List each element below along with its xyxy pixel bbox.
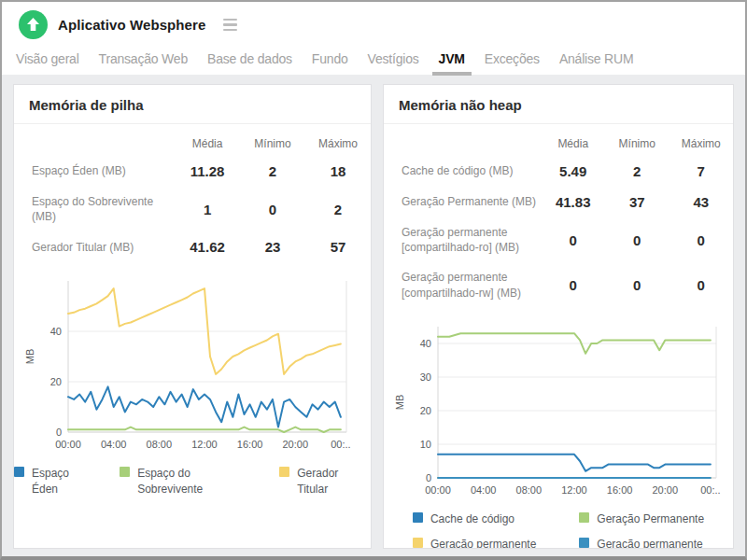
column-header: Máximo (305, 128, 371, 156)
table-row: Cache de código (MB)5.4927 (384, 156, 733, 187)
table-row: Geração Permanente (MB)41.833743 (384, 187, 733, 217)
metric-media: 1 (175, 187, 240, 231)
table-row: Espaço do Sobrevivente (MB)102 (14, 187, 371, 231)
metric-maximo: 7 (669, 156, 733, 187)
metric-minimo: 23 (240, 231, 305, 262)
x-tick-label: 12:00 (561, 484, 587, 496)
heap-memory-panel: Memória de pilha MédiaMínimoMáximoEspaço… (13, 84, 372, 549)
y-axis-label: MB (394, 395, 405, 411)
metric-minimo: 2 (240, 156, 305, 187)
metric-maximo: 43 (669, 187, 733, 217)
y-axis-label: MB (24, 349, 35, 365)
app-window: Aplicativo Websphere Visão geralTransaçã… (0, 0, 747, 560)
y-tick-label: 10 (420, 439, 431, 450)
x-tick-label: 00:.. (331, 439, 350, 450)
metric-media: 0 (541, 262, 605, 307)
x-tick-label: 00:00 (425, 484, 451, 496)
heap-memory-chart: 0204000:0004:0008:0012:0016:0020:0000:..… (21, 275, 359, 458)
tab-transacao-web[interactable]: Transação Web (99, 44, 188, 76)
column-header: Máximo (669, 128, 733, 156)
metric-label: Geração Permanente (MB) (384, 187, 541, 217)
metric-media: 41.62 (175, 231, 240, 262)
metric-label: Espaço do Sobrevivente (MB) (14, 187, 175, 231)
tab-excecoes[interactable]: Exceções (485, 44, 540, 76)
legend-item[interactable]: Cache de código (413, 511, 536, 526)
y-tick-label: 40 (420, 338, 431, 349)
tab-fundo[interactable]: Fundo (312, 44, 348, 76)
metric-maximo: 0 (669, 262, 733, 307)
y-tick-label: 40 (50, 326, 62, 337)
x-tick-label: 20:00 (652, 484, 678, 496)
tab-bar: Visão geralTransação WebBase de dadosFun… (2, 45, 745, 75)
panel-title-heap: Memória de pilha (14, 85, 371, 124)
nonheap-memory-panel: Memória não heap MédiaMínimoMáximoCache … (383, 84, 734, 549)
x-tick-label: 08:00 (147, 439, 173, 450)
metric-maximo: 18 (305, 156, 371, 187)
metric-label: Geração permanente [compartilhado-rw] (M… (384, 262, 541, 307)
tab-analise-rum[interactable]: Análise RUM (559, 44, 634, 76)
nonheap-chart-legend: Cache de códigoGeração PermanenteGeração… (384, 511, 733, 549)
y-tick-label: 0 (426, 472, 431, 483)
y-tick-label: 20 (50, 376, 62, 387)
metric-minimo: 37 (605, 187, 669, 217)
menu-icon[interactable] (220, 16, 240, 35)
table-header-row: MédiaMínimoMáximo (14, 128, 371, 156)
series-line (438, 455, 711, 471)
tab-jvm[interactable]: JVM (439, 44, 465, 76)
nonheap-memory-table: MédiaMínimoMáximoCache de código (MB)5.4… (384, 128, 733, 308)
metric-maximo: 57 (305, 231, 371, 262)
table-row: Espaço Éden (MB)11.28218 (14, 156, 371, 187)
series-line (68, 427, 341, 432)
metric-media: 41.83 (541, 187, 605, 217)
app-title: Aplicativo Websphere (58, 17, 205, 33)
x-tick-label: 16:00 (237, 439, 263, 450)
metric-minimo: 0 (240, 187, 305, 231)
legend-item[interactable]: Espaço Éden (14, 466, 97, 496)
legend-label: Geração permanente [compartilhado-rw] (597, 537, 702, 549)
metric-media: 0 (541, 217, 605, 262)
legend-label: Geração Permanente (597, 511, 704, 526)
legend-item[interactable]: Geração permanente [compartilhado-ro] (413, 537, 536, 549)
x-tick-label: 00:00 (55, 439, 81, 450)
legend-label: Cache de código (430, 511, 514, 526)
metric-media: 11.28 (175, 156, 240, 187)
table-header-row: MédiaMínimoMáximo (384, 128, 733, 156)
legend-swatch-icon (413, 538, 423, 548)
x-tick-label: 08:00 (516, 484, 543, 496)
legend-swatch-icon (120, 467, 130, 477)
metric-label: Espaço Éden (MB) (14, 156, 175, 187)
legend-label: Gerador Titular (297, 466, 371, 496)
tab-base-de-dados[interactable]: Base de dados (207, 44, 292, 76)
y-tick-label: 30 (420, 371, 431, 383)
tab-vestigios[interactable]: Vestígios (368, 44, 419, 76)
metric-maximo: 0 (669, 217, 733, 262)
metric-minimo: 0 (605, 262, 669, 307)
y-tick-label: 0 (56, 427, 62, 438)
legend-item[interactable]: Geração permanente [compartilhado-rw] (579, 537, 704, 549)
metric-maximo: 2 (305, 187, 371, 231)
y-tick-label: 20 (420, 405, 431, 416)
legend-item[interactable]: Geração Permanente (579, 511, 704, 526)
nonheap-memory-chart: 01020304000:0004:0008:0012:0016:0020:000… (391, 321, 729, 504)
tab-visao-geral[interactable]: Visão geral (16, 44, 79, 76)
legend-item[interactable]: Gerador Titular (279, 466, 371, 496)
app-header: Aplicativo Websphere (2, 2, 745, 45)
metric-minimo: 2 (605, 156, 669, 187)
legend-label: Espaço do Sobrevivente (137, 466, 257, 496)
table-row: Geração permanente [compartilhado-ro] (M… (384, 217, 733, 262)
metric-media: 5.49 (541, 156, 605, 187)
heap-memory-table: MédiaMínimoMáximoEspaço Éden (MB)11.2821… (14, 128, 371, 262)
column-header: Mínimo (605, 128, 669, 156)
table-row: Geração permanente [compartilhado-rw] (M… (384, 262, 733, 307)
column-header: Mínimo (240, 128, 305, 156)
heap-chart-legend: Espaço ÉdenEspaço do SobreviventeGerador… (14, 466, 371, 496)
legend-label: Geração permanente [compartilhado-ro] (430, 537, 536, 549)
x-tick-label: 04:00 (471, 484, 497, 496)
legend-label: Espaço Éden (32, 466, 97, 496)
legend-item[interactable]: Espaço do Sobrevivente (120, 466, 257, 496)
panel-title-nonheap: Memória não heap (384, 85, 733, 124)
metric-label: Geração permanente [compartilhado-ro] (M… (384, 217, 541, 262)
metric-minimo: 0 (605, 217, 669, 262)
availability-up-icon (19, 10, 48, 39)
content-area: Memória de pilha MédiaMínimoMáximoEspaço… (2, 75, 745, 549)
